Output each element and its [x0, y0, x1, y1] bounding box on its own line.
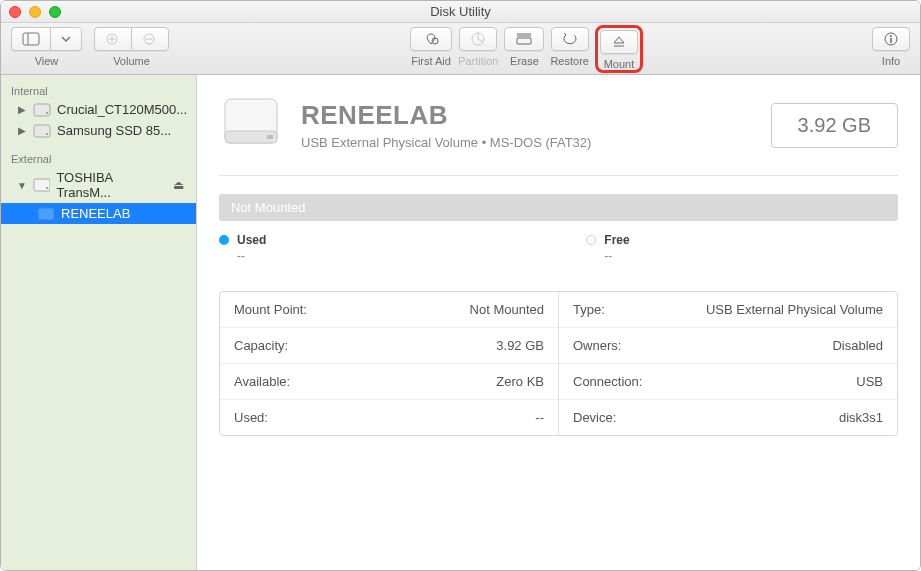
view-label: View: [35, 55, 59, 67]
info-button[interactable]: [872, 27, 910, 51]
restore-label: Restore: [550, 55, 589, 67]
sidebar-item-label: TOSHIBA TransM...: [56, 170, 167, 200]
info-row: Connection:USB: [559, 364, 897, 400]
svg-line-10: [478, 39, 483, 42]
sidebar-header-external: External: [1, 149, 196, 167]
divider: [219, 175, 898, 176]
partition-label: Partition: [458, 55, 498, 67]
info-col-left: Mount Point:Not Mounted Capacity:3.92 GB…: [220, 292, 559, 435]
volume-subtitle: USB External Physical Volume • MS-DOS (F…: [301, 135, 591, 150]
mount-icon: [611, 35, 627, 49]
mount-button[interactable]: [600, 30, 638, 54]
disclosure-triangle-icon[interactable]: ▼: [17, 180, 27, 191]
first-aid-label: First Aid: [411, 55, 451, 67]
free-label: Free: [604, 233, 629, 247]
used-label: Used: [237, 233, 266, 247]
volume-large-icon: [219, 93, 283, 157]
legend: Used -- Free --: [219, 233, 898, 263]
toolbar: View Volume First Aid: [1, 23, 920, 75]
disclosure-triangle-icon[interactable]: ▶: [17, 104, 27, 115]
disk-icon: [33, 103, 51, 117]
sidebar-header-internal: Internal: [1, 81, 196, 99]
disclosure-triangle-icon[interactable]: ▶: [17, 125, 27, 136]
sidebar-item-internal-1[interactable]: ▶ Samsung SSD 85...: [1, 120, 196, 141]
disk-icon: [33, 124, 51, 138]
volume-icon: [37, 207, 55, 221]
free-value: --: [604, 249, 629, 263]
svg-rect-22: [34, 179, 50, 191]
info-label: Info: [882, 55, 900, 67]
disk-icon: [33, 178, 50, 192]
partition-icon: [470, 32, 486, 46]
svg-rect-24: [38, 208, 54, 220]
status-bar: Not Mounted: [219, 194, 898, 221]
view-button[interactable]: [11, 27, 50, 51]
svg-point-21: [46, 133, 48, 135]
svg-rect-20: [34, 125, 50, 137]
info-row: Mount Point:Not Mounted: [220, 292, 558, 328]
volume-capacity-badge: 3.92 GB: [771, 103, 898, 148]
sidebar-item-reneelab[interactable]: RENEELAB: [1, 203, 196, 224]
svg-point-16: [890, 35, 892, 37]
window-title: Disk Utility: [1, 4, 920, 19]
partition-button: [459, 27, 497, 51]
erase-icon: [515, 32, 533, 46]
info-row: Device:disk3s1: [559, 400, 897, 435]
volume-label: Volume: [113, 55, 150, 67]
window: Disk Utility View Vol: [0, 0, 921, 571]
sidebar-item-internal-0[interactable]: ▶ Crucial_CT120M500...: [1, 99, 196, 120]
info-col-right: Type:USB External Physical Volume Owners…: [559, 292, 897, 435]
svg-rect-27: [267, 135, 273, 139]
erase-button[interactable]: [504, 27, 544, 51]
svg-point-19: [46, 112, 48, 114]
svg-rect-0: [23, 33, 39, 45]
sidebar: Internal ▶ Crucial_CT120M500... ▶ Samsun…: [1, 75, 197, 570]
info-row: Used:--: [220, 400, 558, 435]
erase-label: Erase: [510, 55, 539, 67]
volume-group: Volume: [94, 27, 169, 67]
info-icon: [883, 32, 899, 46]
sidebar-item-label: Crucial_CT120M500...: [57, 102, 187, 117]
view-menu-button[interactable]: [50, 27, 82, 51]
first-aid-button[interactable]: [410, 27, 452, 51]
svg-point-23: [46, 187, 48, 189]
restore-icon: [562, 32, 578, 46]
sidebar-item-external-0[interactable]: ▼ TOSHIBA TransM... ⏏: [1, 167, 196, 203]
mount-label: Mount: [604, 58, 635, 70]
info-row: Available:Zero KB: [220, 364, 558, 400]
toolbar-center: First Aid Partition Erase Restore: [410, 27, 643, 73]
volume-add-button[interactable]: [94, 27, 131, 51]
svg-rect-18: [34, 104, 50, 116]
svg-rect-11: [517, 38, 531, 44]
mount-highlight: Mount: [595, 25, 643, 73]
titlebar: Disk Utility: [1, 1, 920, 23]
used-value: --: [237, 249, 266, 263]
used-dot-icon: [219, 235, 229, 245]
first-aid-icon: [421, 32, 441, 46]
info-grid: Mount Point:Not Mounted Capacity:3.92 GB…: [219, 291, 898, 436]
info-row: Capacity:3.92 GB: [220, 328, 558, 364]
volume-title: RENEELAB: [301, 100, 591, 131]
sidebar-item-label: RENEELAB: [61, 206, 130, 221]
sidebar-item-label: Samsung SSD 85...: [57, 123, 171, 138]
view-group: View: [11, 27, 82, 67]
info-row: Type:USB External Physical Volume: [559, 292, 897, 328]
restore-button[interactable]: [551, 27, 589, 51]
volume-remove-button[interactable]: [131, 27, 169, 51]
content-pane: RENEELAB USB External Physical Volume • …: [197, 75, 920, 570]
info-row: Owners:Disabled: [559, 328, 897, 364]
eject-icon[interactable]: ⏏: [173, 178, 190, 192]
free-dot-icon: [586, 235, 596, 245]
